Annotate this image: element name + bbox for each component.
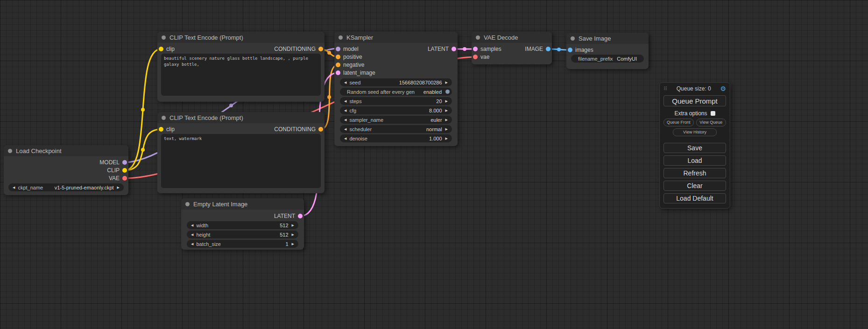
batch-size-widget[interactable]: ◀ batch_size 1 ▶ xyxy=(187,240,298,248)
sampler-name-widget[interactable]: ◀ sampler_name euler ▶ xyxy=(340,116,452,124)
vae-output-label: VAE xyxy=(109,175,120,182)
positive-input-slot[interactable] xyxy=(336,55,340,59)
queue-prompt-button[interactable]: Queue Prompt xyxy=(663,95,726,106)
increment-icon[interactable]: ▶ xyxy=(290,242,296,246)
widget-label: batch_size xyxy=(195,241,221,247)
next-value-icon[interactable]: ▶ xyxy=(115,186,121,189)
increment-icon[interactable]: ▶ xyxy=(444,109,450,112)
cfg-widget[interactable]: ◀ cfg 8.000 ▶ xyxy=(340,106,452,114)
node-ksampler[interactable]: KSampler model LATENT positive xyxy=(334,32,458,146)
images-input-slot[interactable] xyxy=(568,48,572,52)
image-output-slot[interactable] xyxy=(546,47,550,51)
next-value-icon[interactable]: ▶ xyxy=(444,127,450,131)
decrement-icon[interactable]: ◀ xyxy=(342,137,348,140)
view-queue-button[interactable]: View Queue xyxy=(696,119,727,126)
slot-row: clip CONDITIONING xyxy=(157,125,325,133)
clear-button[interactable]: Clear xyxy=(663,181,726,191)
model-output-slot[interactable] xyxy=(122,160,127,165)
increment-icon[interactable]: ▶ xyxy=(444,81,450,84)
height-widget[interactable]: ◀ height 512 ▶ xyxy=(187,231,298,238)
extra-options-checkbox[interactable] xyxy=(711,111,715,116)
queue-panel[interactable]: ⠿ Queue size: 0 ⚙ Queue Prompt Extra opt… xyxy=(659,82,730,209)
negative-prompt-textarea[interactable]: text, watermark xyxy=(161,134,321,188)
steps-widget[interactable]: ◀ steps 20 ▶ xyxy=(340,97,452,105)
refresh-button[interactable]: Refresh xyxy=(663,168,726,178)
node-graph-canvas[interactable]: Load Checkpoint MODEL CLIP VAE xyxy=(0,0,868,329)
widget-label: width xyxy=(195,223,208,228)
queue-front-button[interactable]: Queue Front xyxy=(663,119,694,126)
load-default-button[interactable]: Load Default xyxy=(663,193,726,203)
clip-output-slot[interactable] xyxy=(122,168,127,173)
node-titlebar[interactable]: CLIP Text Encode (Prompt) xyxy=(157,32,325,43)
node-load-checkpoint[interactable]: Load Checkpoint MODEL CLIP VAE xyxy=(4,145,128,195)
node-titlebar[interactable]: CLIP Text Encode (Prompt) xyxy=(157,112,325,123)
scheduler-widget[interactable]: ◀ scheduler normal ▶ xyxy=(340,125,452,133)
collapse-dot-icon[interactable] xyxy=(162,116,166,120)
random-seed-toggle-widget[interactable]: Random seed after every gen enabled xyxy=(340,88,452,96)
decrement-icon[interactable]: ◀ xyxy=(342,99,348,103)
decrement-icon[interactable]: ◀ xyxy=(342,81,348,84)
drag-handle-icon[interactable]: ⠿ xyxy=(663,86,667,92)
next-value-icon[interactable]: ▶ xyxy=(444,118,450,122)
samples-input-slot[interactable] xyxy=(473,47,478,51)
collapse-dot-icon[interactable] xyxy=(185,202,190,206)
latent-image-input-slot[interactable] xyxy=(336,70,340,75)
clip-input-slot[interactable] xyxy=(159,127,163,132)
vae-output-slot[interactable] xyxy=(122,176,127,181)
latent-output-slot[interactable] xyxy=(298,214,303,218)
decrement-icon[interactable]: ◀ xyxy=(189,224,195,227)
slot-row: CLIP xyxy=(4,166,128,174)
collapse-dot-icon[interactable] xyxy=(476,35,480,40)
increment-icon[interactable]: ▶ xyxy=(444,99,450,103)
conditioning-output-slot[interactable] xyxy=(318,47,323,51)
node-empty-latent-image[interactable]: Empty Latent Image LATENT ◀ width 512 ▶ … xyxy=(181,198,304,250)
denoise-widget[interactable]: ◀ denoise 1.000 ▶ xyxy=(340,134,452,142)
settings-gear-icon[interactable]: ⚙ xyxy=(720,85,726,92)
node-clip-text-encode-positive[interactable]: CLIP Text Encode (Prompt) clip CONDITION… xyxy=(157,32,325,102)
conditioning-output-slot[interactable] xyxy=(318,127,323,132)
prev-value-icon[interactable]: ◀ xyxy=(342,118,348,122)
collapse-dot-icon[interactable] xyxy=(8,149,12,153)
increment-icon[interactable]: ▶ xyxy=(290,224,296,227)
negative-input-slot[interactable] xyxy=(336,63,340,67)
node-vae-decode[interactable]: VAE Decode samples IMAGE vae xyxy=(472,32,552,64)
decrement-icon[interactable]: ◀ xyxy=(189,242,195,246)
prev-value-icon[interactable]: ◀ xyxy=(342,127,348,131)
toggle-icon[interactable] xyxy=(445,90,450,94)
slot-row: images xyxy=(566,46,649,54)
slot-row: latent_image xyxy=(334,69,458,77)
node-titlebar[interactable]: VAE Decode xyxy=(472,32,552,43)
increment-icon[interactable]: ▶ xyxy=(290,233,296,237)
vae-input-slot[interactable] xyxy=(473,55,478,59)
view-history-button[interactable]: View History xyxy=(673,128,717,136)
seed-widget[interactable]: ◀ seed 156680208700286 ▶ xyxy=(340,78,452,86)
collapse-dot-icon[interactable] xyxy=(571,36,575,41)
filename-prefix-widget[interactable]: filename_prefix ComfyUI xyxy=(571,55,644,63)
clip-input-slot[interactable] xyxy=(159,47,163,51)
decrement-icon[interactable]: ◀ xyxy=(342,109,348,112)
ckpt-name-widget[interactable]: ◀ ckpt_name v1-5-pruned-emaonly.ckpt ▶ xyxy=(8,183,124,191)
collapse-dot-icon[interactable] xyxy=(339,35,343,40)
prev-value-icon[interactable]: ◀ xyxy=(11,186,17,189)
node-save-image[interactable]: Save Image images filename_prefix ComfyU… xyxy=(566,33,649,69)
positive-prompt-textarea[interactable]: beautiful scenery nature glass bottle la… xyxy=(161,54,321,96)
clip-input-label: clip xyxy=(166,126,175,133)
negative-input-label: negative xyxy=(343,62,364,68)
width-widget[interactable]: ◀ width 512 ▶ xyxy=(187,221,298,229)
save-button[interactable]: Save xyxy=(663,143,726,153)
node-clip-text-encode-negative[interactable]: CLIP Text Encode (Prompt) clip CONDITION… xyxy=(157,112,325,193)
model-input-slot[interactable] xyxy=(336,47,340,51)
vae-input-label: vae xyxy=(480,54,489,60)
load-button[interactable]: Load xyxy=(663,155,726,166)
latent-output-label: LATENT xyxy=(274,213,295,219)
slot-row: clip CONDITIONING xyxy=(157,45,325,53)
latent-output-slot[interactable] xyxy=(452,47,456,51)
node-titlebar[interactable]: Save Image xyxy=(566,33,649,44)
increment-icon[interactable]: ▶ xyxy=(444,137,450,140)
node-title: Empty Latent Image xyxy=(193,201,247,208)
node-titlebar[interactable]: Load Checkpoint xyxy=(4,145,128,156)
collapse-dot-icon[interactable] xyxy=(162,35,166,40)
decrement-icon[interactable]: ◀ xyxy=(189,233,195,237)
node-titlebar[interactable]: KSampler xyxy=(334,32,458,43)
node-titlebar[interactable]: Empty Latent Image xyxy=(181,198,304,210)
